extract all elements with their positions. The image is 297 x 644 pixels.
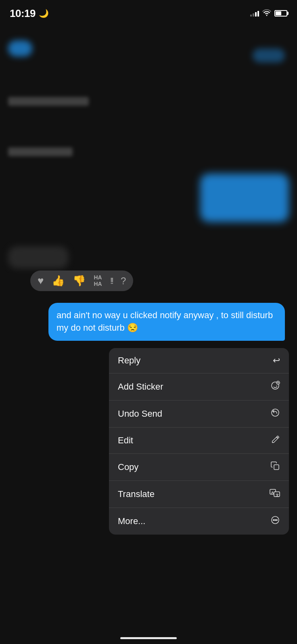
status-time: 10:19 — [10, 7, 36, 20]
moon-icon: 🌙 — [39, 8, 49, 18]
wifi-icon — [262, 9, 271, 18]
blur-decoration-3 — [8, 97, 89, 106]
add-sticker-label: Add Sticker — [118, 382, 163, 392]
menu-item-translate[interactable]: Translate A 文 — [109, 481, 289, 508]
home-indicator — [120, 637, 177, 639]
battery-icon — [274, 10, 287, 17]
menu-item-reply[interactable]: Reply ↩ — [109, 348, 289, 373]
reaction-bar: ♥ 👍 👎 HAHA !! ? — [30, 271, 133, 291]
signal-icon — [250, 10, 259, 17]
menu-item-add-sticker[interactable]: Add Sticker — [109, 373, 289, 401]
reaction-exclaim[interactable]: !! — [110, 276, 113, 286]
menu-item-undo-send[interactable]: Undo Send — [109, 401, 289, 428]
blur-decoration-4 — [8, 147, 73, 156]
blur-decoration-2 — [253, 48, 285, 63]
blur-decoration-6 — [8, 246, 69, 269]
reaction-question[interactable]: ? — [121, 275, 126, 287]
context-menu: Reply ↩ Add Sticker Undo Send Edit — [109, 348, 289, 535]
svg-point-13 — [276, 520, 277, 520]
translate-label: Translate — [118, 489, 155, 499]
svg-rect-5 — [274, 465, 279, 470]
status-bar: 10:19 🌙 — [0, 0, 297, 22]
copy-icon — [270, 461, 280, 473]
blur-decoration-5 — [200, 174, 289, 222]
more-label: More... — [118, 516, 145, 527]
reaction-thumbsup[interactable]: 👍 — [52, 275, 65, 287]
blur-decoration-1 — [8, 40, 32, 57]
reaction-thumbsdown[interactable]: 👎 — [73, 275, 86, 287]
message-bubble: and ain't no way u clicked notify anyway… — [48, 303, 285, 341]
reply-icon: ↩ — [273, 355, 280, 366]
more-icon — [270, 515, 280, 527]
edit-icon — [271, 435, 280, 446]
reply-label: Reply — [118, 355, 140, 366]
edit-label: Edit — [118, 435, 133, 446]
reaction-heart[interactable]: ♥ — [38, 275, 44, 287]
svg-point-4 — [272, 409, 279, 416]
svg-text:文: 文 — [276, 493, 279, 497]
undo-send-label: Undo Send — [118, 409, 162, 419]
menu-item-edit[interactable]: Edit — [109, 428, 289, 454]
svg-text:A: A — [271, 491, 274, 495]
add-sticker-icon — [270, 381, 280, 393]
reaction-haha[interactable]: HAHA — [94, 275, 102, 287]
undo-send-icon — [270, 408, 280, 420]
copy-label: Copy — [118, 462, 138, 472]
svg-point-11 — [273, 520, 274, 520]
menu-item-copy[interactable]: Copy — [109, 454, 289, 481]
menu-item-more[interactable]: More... — [109, 508, 289, 535]
status-icons — [250, 9, 287, 18]
svg-point-12 — [275, 520, 276, 520]
message-text: and ain't no way u clicked notify anyway… — [56, 310, 273, 333]
translate-icon: A 文 — [270, 488, 280, 500]
